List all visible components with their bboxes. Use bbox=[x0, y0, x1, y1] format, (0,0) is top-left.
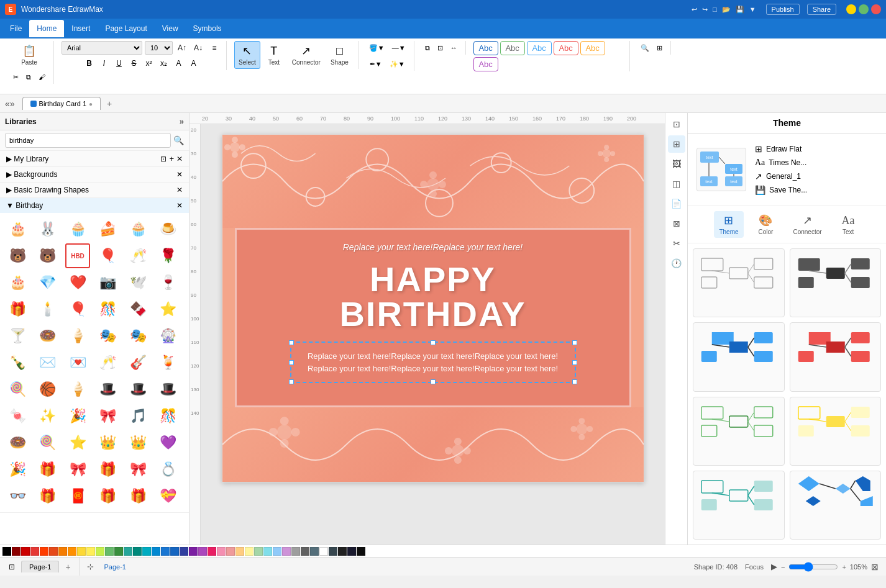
shape-crown2[interactable]: 👑 bbox=[126, 430, 150, 455]
color-dark-red[interactable] bbox=[12, 547, 21, 556]
shape-bunting[interactable]: 🎊 bbox=[96, 297, 121, 322]
shape-glasses[interactable]: 🥂 bbox=[96, 350, 121, 375]
shape-diamond[interactable]: 💎 bbox=[35, 270, 60, 295]
shape-heart2[interactable]: 💜 bbox=[156, 430, 181, 455]
collapse-sidebar-btn[interactable]: «» bbox=[5, 99, 15, 109]
handle-t[interactable] bbox=[431, 340, 436, 345]
save-btn[interactable]: 💾 bbox=[736, 6, 744, 14]
my-library-close-btn[interactable]: ✕ bbox=[176, 155, 183, 163]
smart-connect-tool[interactable]: ⊡ bbox=[668, 115, 685, 133]
color-red2[interactable] bbox=[30, 547, 39, 556]
shape-chocs[interactable]: 🍫 bbox=[126, 297, 150, 322]
color-cyan2[interactable] bbox=[152, 547, 160, 556]
shape-gift7[interactable]: 🎁 bbox=[126, 484, 150, 509]
color-pink1[interactable] bbox=[208, 547, 216, 556]
underline-button[interactable]: U bbox=[112, 57, 126, 70]
new-btn[interactable]: □ bbox=[713, 6, 717, 13]
theme-times-new[interactable]: Aa Times Ne... bbox=[751, 156, 811, 170]
handle-tr[interactable] bbox=[572, 340, 577, 345]
card-text-content[interactable]: Replace your text here!Replace your text… bbox=[304, 350, 562, 374]
shape-balloon[interactable]: 🎈 bbox=[65, 297, 90, 322]
layers-tool[interactable]: ◫ bbox=[668, 175, 685, 192]
more-edit-button[interactable]: ⊞ bbox=[654, 41, 665, 55]
collapse-libraries-btn[interactable]: » bbox=[180, 117, 184, 126]
shape-rabbit[interactable]: 🐰 bbox=[35, 217, 60, 242]
shape-candle[interactable]: 🕯️ bbox=[35, 297, 60, 322]
copy-button[interactable]: ⧉ bbox=[23, 70, 34, 84]
color-yellow2[interactable] bbox=[86, 547, 95, 556]
shape-stars[interactable]: ⭐ bbox=[156, 297, 181, 322]
style-card-7[interactable] bbox=[693, 471, 785, 540]
style-card-2[interactable] bbox=[790, 248, 882, 317]
color-teal2[interactable] bbox=[133, 547, 142, 556]
shape-hat2[interactable]: 🎩 bbox=[126, 377, 150, 402]
style-card-1[interactable] bbox=[693, 248, 785, 317]
birthday-header[interactable]: ▼ Birthday ✕ bbox=[0, 198, 189, 213]
style-card-6[interactable] bbox=[790, 397, 882, 466]
my-library-add-btn[interactable]: + bbox=[169, 154, 174, 163]
font-increase-button[interactable]: A↑ bbox=[175, 41, 189, 55]
line-style-button[interactable]: —▼ bbox=[389, 41, 409, 55]
color-purple1[interactable] bbox=[189, 547, 198, 556]
shape-doves[interactable]: 🕊️ bbox=[126, 270, 150, 295]
menu-home[interactable]: Home bbox=[29, 20, 64, 37]
shape-star[interactable]: ⭐ bbox=[65, 430, 90, 455]
collapse-pages-btn[interactable]: ⊡ bbox=[5, 561, 19, 572]
line-color-button[interactable]: ✒▼ bbox=[367, 57, 385, 71]
shape-wheel[interactable]: 🎡 bbox=[156, 323, 181, 348]
redo-btn[interactable]: ↪ bbox=[702, 6, 708, 14]
handle-tl[interactable] bbox=[289, 340, 294, 345]
shape-cocktail[interactable]: 🍸 bbox=[5, 323, 30, 348]
shape-guitar[interactable]: 🎸 bbox=[126, 350, 150, 375]
right-tab-text[interactable]: Aa Text bbox=[837, 212, 860, 238]
shape-music[interactable]: 🎵 bbox=[126, 404, 150, 428]
birthday-close-btn[interactable]: ✕ bbox=[176, 201, 183, 210]
subscript-button[interactable]: x₂ bbox=[157, 57, 171, 70]
bold-button[interactable]: B bbox=[83, 57, 96, 70]
zoom-out-btn[interactable]: − bbox=[781, 563, 785, 571]
shape-gift4[interactable]: 🎁 bbox=[35, 484, 60, 509]
shape-cake1[interactable]: 🎂 bbox=[5, 217, 30, 242]
shape-tiebow[interactable]: 🎀 bbox=[65, 457, 90, 482]
shape-letter[interactable]: ✉️ bbox=[35, 350, 60, 375]
shape-candy[interactable]: 🍬 bbox=[5, 404, 30, 428]
superscript-button[interactable]: x² bbox=[142, 57, 156, 70]
shape-glasses2[interactable]: 👓 bbox=[5, 484, 30, 509]
shape-cake2[interactable]: 🎂 bbox=[5, 270, 30, 295]
right-tab-theme[interactable]: ⊞ Theme bbox=[714, 211, 743, 238]
shape-icecream[interactable]: 🍦 bbox=[65, 323, 90, 348]
color-dark2[interactable] bbox=[338, 547, 347, 556]
shape-hbd[interactable]: HBD bbox=[65, 243, 90, 268]
find-replace-button[interactable]: 🔍 bbox=[637, 41, 652, 55]
shape-ball[interactable]: 🏀 bbox=[35, 377, 60, 402]
highlight-button[interactable]: A bbox=[187, 57, 201, 70]
theme-style-1[interactable]: Abc bbox=[473, 41, 498, 55]
shape-earrings[interactable]: 💍 bbox=[156, 457, 181, 482]
fit-page-tool[interactable]: ⊠ bbox=[668, 215, 685, 232]
basic-shapes-header[interactable]: ▶ Basic Drawing Shapes ✕ bbox=[0, 183, 189, 197]
publish-button[interactable]: Publish bbox=[766, 4, 800, 15]
shape-bottle[interactable]: 🍾 bbox=[5, 350, 30, 375]
theme-style-6[interactable]: Abc bbox=[473, 57, 498, 71]
strikethrough-button[interactable]: S bbox=[127, 57, 141, 70]
shape-gift2[interactable]: 🎁 bbox=[35, 457, 60, 482]
shape-hat[interactable]: 🎩 bbox=[96, 377, 121, 402]
style-card-5[interactable] bbox=[693, 397, 785, 466]
shape-hat3[interactable]: 🎩 bbox=[156, 377, 181, 402]
color-blue1[interactable] bbox=[161, 547, 170, 556]
effects-button[interactable]: ✨▼ bbox=[386, 57, 408, 71]
shape-masks[interactable]: 🎭 bbox=[96, 323, 121, 348]
menu-file[interactable]: File bbox=[2, 20, 29, 37]
menu-symbols[interactable]: Symbols bbox=[186, 20, 229, 37]
copy-style-button[interactable]: ⧉ bbox=[422, 41, 433, 55]
theme-style-5[interactable]: Abc bbox=[580, 41, 605, 55]
color-indigo[interactable] bbox=[180, 547, 188, 556]
color-green2[interactable] bbox=[114, 547, 123, 556]
style-card-3[interactable] bbox=[693, 322, 785, 391]
shape-heart[interactable]: ❤️ bbox=[65, 270, 90, 295]
shape-gift8[interactable]: 💝 bbox=[156, 484, 181, 509]
paste-button[interactable]: 📋 Paste bbox=[17, 41, 42, 69]
shape-envelope[interactable]: 💌 bbox=[65, 350, 90, 375]
open-btn[interactable]: 📂 bbox=[722, 6, 731, 14]
shape-popperhat[interactable]: 🎉 bbox=[65, 404, 90, 428]
